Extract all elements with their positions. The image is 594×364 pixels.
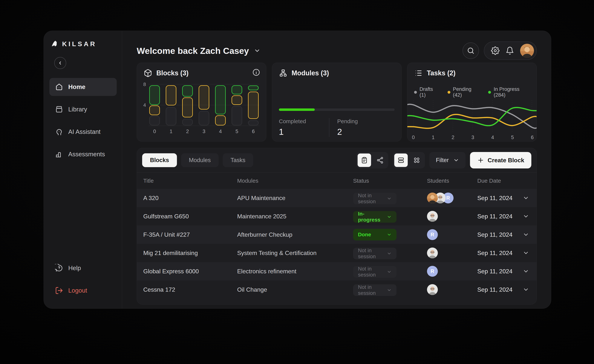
topbar-actions bbox=[463, 41, 537, 60]
row-expand-button[interactable] bbox=[523, 195, 529, 201]
block-segment-green[interactable] bbox=[149, 85, 160, 105]
settings-button[interactable] bbox=[491, 46, 500, 55]
chevron-down-icon bbox=[387, 269, 392, 274]
chevron-down-icon bbox=[387, 232, 392, 237]
avatar-letter[interactable]: R bbox=[427, 229, 438, 240]
block-segment-yellow[interactable] bbox=[199, 85, 209, 110]
row-expand-button[interactable] bbox=[523, 268, 529, 274]
status-dropdown[interactable]: Not in session bbox=[353, 248, 397, 259]
tab-tasks[interactable]: Tasks bbox=[223, 153, 253, 167]
table-row[interactable]: Mig 21 demilitarisingSystem Testing & Ce… bbox=[137, 244, 537, 262]
share-view-button[interactable] bbox=[373, 153, 387, 167]
sidebar-nav: HomeLibraryAI AssistantAssessments bbox=[49, 78, 117, 163]
column-header-status: Status bbox=[353, 178, 427, 184]
legend-item: Pending (42) bbox=[448, 86, 480, 98]
status-dropdown[interactable]: Not in session bbox=[353, 284, 397, 296]
desktop-background: KILSAR HomeLibraryAI AssistantAssessment… bbox=[0, 0, 594, 364]
table-row[interactable]: Cessna 172Oil ChangeNot in sessionSep 11… bbox=[137, 280, 537, 299]
block-segment-dim[interactable] bbox=[231, 106, 242, 126]
block-segment-dim[interactable] bbox=[199, 111, 209, 126]
topbar: Welcome back Zach Casey bbox=[137, 41, 537, 60]
tab-modules[interactable]: Modules bbox=[181, 153, 219, 167]
sidebar-collapse-button[interactable] bbox=[54, 57, 66, 69]
table-row[interactable]: A 320APU MaintenanceNot in sessionRSep 1… bbox=[137, 189, 537, 207]
avatar-letter[interactable]: R bbox=[427, 266, 438, 277]
tab-blocks[interactable]: Blocks bbox=[142, 153, 177, 167]
block-segment-dim[interactable] bbox=[248, 120, 259, 125]
avatar[interactable] bbox=[427, 192, 438, 203]
block-segment-dim[interactable] bbox=[166, 107, 176, 125]
sidebar-item-assessments[interactable]: Assessments bbox=[49, 145, 117, 163]
row-expand-button[interactable] bbox=[523, 213, 529, 219]
grid-view-button[interactable] bbox=[410, 153, 423, 167]
view-toggle-group-2 bbox=[393, 152, 425, 168]
table-row[interactable]: Gulfstream G650Maintenance 2025In-progre… bbox=[137, 207, 537, 225]
block-segment-yellow[interactable] bbox=[231, 95, 242, 105]
block-segment-green[interactable] bbox=[182, 85, 193, 97]
row-title: Cessna 172 bbox=[143, 286, 237, 293]
blocks-x-tick: 2 bbox=[182, 129, 193, 134]
page-title-group[interactable]: Welcome back Zach Casey bbox=[137, 46, 261, 56]
sidebar-item-help[interactable]: Help bbox=[49, 259, 117, 277]
tasks-x-tick: 0 bbox=[409, 135, 418, 140]
notifications-button[interactable] bbox=[506, 46, 514, 55]
search-button[interactable] bbox=[463, 42, 479, 59]
row-expand-button[interactable] bbox=[523, 250, 529, 256]
blocks-x-tick: 3 bbox=[199, 129, 209, 134]
info-button[interactable] bbox=[252, 68, 261, 77]
brand-name: KILSAR bbox=[62, 40, 96, 48]
legend-dot bbox=[414, 91, 417, 94]
sidebar-item-label: Logout bbox=[68, 287, 87, 294]
tasks-legend: Drafts (1)Pending (42)In Progress (284) bbox=[414, 86, 530, 98]
table-row[interactable]: Global Express 6000Electronics refinemen… bbox=[137, 262, 537, 280]
block-segment-dim[interactable] bbox=[182, 119, 193, 126]
chevron-down-icon bbox=[387, 251, 392, 256]
row-due-date: Sep 11, 2024 bbox=[477, 213, 520, 220]
main-content: Welcome back Zach Casey bbox=[122, 31, 551, 309]
block-segment-yellow[interactable] bbox=[248, 92, 259, 119]
tasks-chart-x-axis: 0123456 bbox=[407, 135, 537, 141]
block-segment-yellow[interactable] bbox=[215, 115, 226, 126]
block-segment-green[interactable] bbox=[231, 85, 242, 95]
status-dropdown[interactable]: Not in session bbox=[353, 266, 397, 278]
students-avatars: R bbox=[427, 229, 477, 240]
block-segment-yellow[interactable] bbox=[149, 106, 160, 115]
filter-button[interactable]: Filter bbox=[429, 152, 466, 168]
row-expand-button[interactable] bbox=[523, 232, 529, 238]
legend-item: Drafts (1) bbox=[414, 86, 439, 98]
tasks-x-tick: 3 bbox=[469, 135, 477, 140]
sidebar-item-label: Assessments bbox=[68, 151, 105, 158]
block-segment-yellow[interactable] bbox=[166, 85, 176, 106]
status-label: Done bbox=[358, 232, 371, 238]
tasks-x-tick: 6 bbox=[528, 135, 536, 140]
block-segment-green[interactable] bbox=[215, 85, 226, 115]
status-dropdown[interactable]: In-progress bbox=[353, 211, 397, 223]
avatar[interactable] bbox=[427, 248, 438, 258]
status-label: Not in session bbox=[358, 284, 382, 296]
gear-icon bbox=[491, 46, 500, 55]
sidebar-item-label: Library bbox=[68, 106, 87, 113]
status-dropdown[interactable]: Not in session bbox=[353, 193, 397, 204]
sidebar-item-logout[interactable]: Logout bbox=[49, 282, 117, 299]
avatar[interactable] bbox=[427, 211, 438, 222]
user-avatar[interactable] bbox=[520, 44, 534, 58]
table-row[interactable]: F-35A / Unit #227Afterburner CheckupDone… bbox=[137, 225, 537, 244]
row-expand-button[interactable] bbox=[523, 286, 529, 293]
sidebar-item-library[interactable]: Library bbox=[49, 100, 117, 118]
rows-view-button[interactable] bbox=[394, 153, 408, 167]
row-due-date: Sep 11, 2024 bbox=[477, 195, 520, 202]
block-segment-dim[interactable] bbox=[149, 116, 160, 125]
sidebar-item-ai-assistant[interactable]: AI Assistant bbox=[49, 123, 117, 141]
avatar[interactable] bbox=[427, 284, 438, 295]
clipboard-view-button[interactable] bbox=[358, 153, 371, 167]
blocks-chart-x-axis: 0123456 bbox=[144, 129, 260, 135]
block-segment-yellow[interactable] bbox=[182, 97, 193, 117]
sidebar-item-home[interactable]: Home bbox=[49, 78, 117, 96]
blocks-chart: 84 bbox=[144, 84, 260, 126]
blocks-x-tick: 1 bbox=[166, 129, 176, 134]
status-label: Not in session bbox=[358, 266, 382, 278]
create-block-button[interactable]: Create Block bbox=[470, 152, 531, 168]
sidebar-item-label: Home bbox=[68, 83, 86, 91]
status-dropdown[interactable]: Done bbox=[353, 229, 397, 240]
block-segment-green[interactable] bbox=[248, 86, 259, 90]
